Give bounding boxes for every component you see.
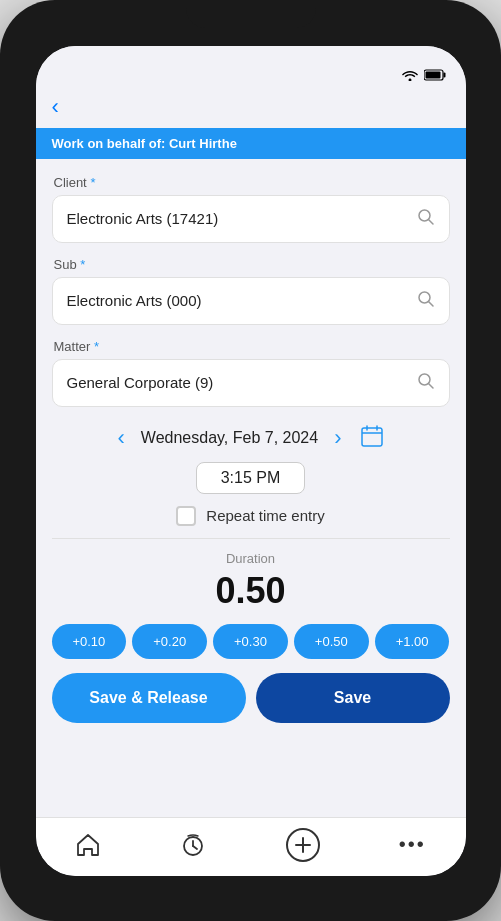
status-bar (36, 46, 466, 90)
quick-add-0.50[interactable]: +0.50 (294, 624, 369, 659)
sub-input[interactable]: Electronic Arts (000) (52, 277, 450, 325)
matter-label: Matter * (52, 339, 450, 354)
calendar-button[interactable] (361, 425, 383, 452)
quick-add-0.10[interactable]: +0.10 (52, 624, 127, 659)
date-next-button[interactable]: › (334, 425, 341, 451)
phone-frame: ‹ Work on behalf of: Curt Hirthe Client … (0, 0, 501, 921)
work-banner-name: Curt Hirthe (169, 136, 237, 151)
more-icon: ••• (399, 833, 426, 856)
tab-bar: ••• (36, 817, 466, 876)
matter-value: General Corporate (9) (67, 374, 214, 391)
matter-required: * (94, 339, 99, 354)
svg-rect-9 (362, 428, 382, 446)
client-input[interactable]: Electronic Arts (17421) (52, 195, 450, 243)
time-value: 3:15 PM (221, 469, 281, 486)
matter-search-icon (417, 372, 435, 394)
sub-section: Sub * Electronic Arts (000) (52, 257, 450, 325)
tab-add[interactable] (286, 828, 320, 862)
matter-input[interactable]: General Corporate (9) (52, 359, 450, 407)
client-label: Client * (52, 175, 450, 190)
matter-section: Matter * General Corporate (9) (52, 339, 450, 407)
nav-bar: ‹ (36, 90, 466, 128)
work-banner-prefix: Work on behalf of: (52, 136, 169, 151)
sub-search-icon (417, 290, 435, 312)
duration-section: Duration 0.50 (52, 551, 450, 612)
time-container: 3:15 PM (52, 462, 450, 494)
save-release-button[interactable]: Save & Release (52, 673, 246, 723)
svg-rect-2 (425, 71, 440, 78)
time-field[interactable]: 3:15 PM (196, 462, 306, 494)
duration-value: 0.50 (52, 570, 450, 612)
tab-home[interactable] (75, 832, 101, 858)
action-buttons: Save & Release Save (52, 673, 450, 723)
svg-rect-1 (443, 72, 445, 77)
quick-add-buttons: +0.10 +0.20 +0.30 +0.50 +1.00 (52, 624, 450, 659)
tab-time[interactable] (180, 832, 206, 858)
date-label: Wednesday, Feb 7, 2024 (141, 429, 318, 447)
add-icon (286, 828, 320, 862)
client-search-icon (417, 208, 435, 230)
sub-label: Sub * (52, 257, 450, 272)
notch (186, 0, 316, 28)
date-prev-button[interactable]: ‹ (118, 425, 125, 451)
quick-add-1.00[interactable]: +1.00 (375, 624, 450, 659)
svg-line-6 (428, 301, 433, 306)
svg-line-4 (428, 219, 433, 224)
content-area: Client * Electronic Arts (17421) Sub * (36, 159, 466, 817)
duration-title: Duration (52, 551, 450, 566)
svg-line-15 (193, 846, 197, 849)
client-required: * (90, 175, 95, 190)
date-navigator: ‹ Wednesday, Feb 7, 2024 › (52, 425, 450, 452)
svg-line-8 (428, 383, 433, 388)
divider (52, 538, 450, 539)
repeat-row: Repeat time entry (52, 506, 450, 526)
battery-icon (424, 68, 446, 84)
client-value: Electronic Arts (17421) (67, 210, 219, 227)
phone-screen: ‹ Work on behalf of: Curt Hirthe Client … (36, 46, 466, 876)
save-button[interactable]: Save (256, 673, 450, 723)
quick-add-0.30[interactable]: +0.30 (213, 624, 288, 659)
back-button[interactable]: ‹ (52, 94, 59, 120)
tab-more[interactable]: ••• (399, 833, 426, 856)
client-section: Client * Electronic Arts (17421) (52, 175, 450, 243)
wifi-icon (402, 68, 418, 84)
sub-required: * (80, 257, 85, 272)
sub-value: Electronic Arts (000) (67, 292, 202, 309)
repeat-label: Repeat time entry (206, 507, 324, 524)
repeat-checkbox[interactable] (176, 506, 196, 526)
quick-add-0.20[interactable]: +0.20 (132, 624, 207, 659)
work-banner: Work on behalf of: Curt Hirthe (36, 128, 466, 159)
